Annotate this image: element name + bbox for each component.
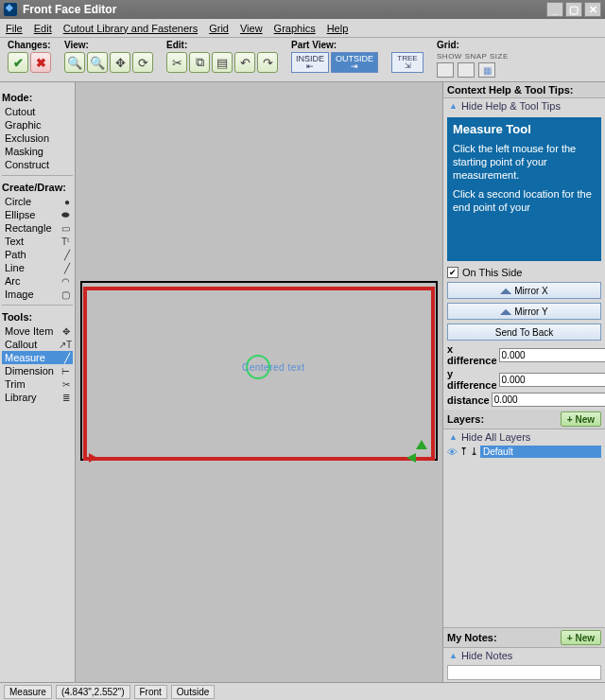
changes-label: Changes: bbox=[8, 40, 51, 50]
new-note-button[interactable]: + New bbox=[561, 630, 601, 645]
distance-input[interactable] bbox=[492, 393, 605, 407]
inside-button[interactable]: INSIDE⇤ bbox=[291, 52, 329, 73]
mirror-y-button[interactable]: ◢◣Mirror Y bbox=[447, 303, 601, 320]
edit-group: Edit: ✂ ⧉ ▤ ↶ ↷ bbox=[166, 40, 278, 73]
status-face: Front bbox=[134, 685, 167, 699]
copy-button[interactable]: ⧉ bbox=[189, 52, 210, 73]
hide-help-toggle[interactable]: ▲Hide Help & Tool Tips bbox=[443, 98, 605, 114]
menu-help[interactable]: Help bbox=[327, 23, 349, 34]
menu-file[interactable]: File bbox=[6, 23, 23, 34]
paste-button[interactable]: ▤ bbox=[212, 52, 233, 73]
create-rectangle[interactable]: Rectangle▭ bbox=[2, 221, 73, 235]
new-layer-button[interactable]: + New bbox=[561, 411, 601, 427]
menu-graphics[interactable]: Graphics bbox=[274, 23, 316, 34]
mode-exclusion[interactable]: Exclusion bbox=[2, 131, 73, 145]
mirror-y-icon: ◢◣ bbox=[500, 307, 511, 316]
tool-move[interactable]: Move Item✥ bbox=[2, 324, 73, 338]
mode-masking[interactable]: Masking bbox=[2, 145, 73, 158]
mode-label: Mode: bbox=[2, 92, 73, 103]
zoom-in-button[interactable]: 🔍 bbox=[87, 52, 108, 73]
image-icon: ▢ bbox=[59, 289, 70, 300]
mirror-x-button[interactable]: ◢◣Mirror X bbox=[447, 282, 601, 299]
create-image[interactable]: Image▢ bbox=[2, 288, 73, 301]
menu-grid[interactable]: Grid bbox=[209, 23, 229, 34]
hide-notes-toggle[interactable]: ▲Hide Notes bbox=[443, 648, 605, 663]
ydiff-input[interactable] bbox=[499, 373, 605, 387]
grid-snap-toggle[interactable] bbox=[458, 62, 475, 78]
create-line[interactable]: Line╱ bbox=[2, 261, 73, 274]
create-ellipse[interactable]: Ellipse⬬ bbox=[2, 208, 73, 221]
lock-icon[interactable]: ⤒ bbox=[459, 446, 468, 458]
maximize-button[interactable]: ▢ bbox=[565, 2, 582, 17]
tool-trim[interactable]: Trim✂ bbox=[2, 377, 73, 391]
line-icon: ╱ bbox=[59, 263, 70, 273]
tree-button[interactable]: TREE⇲ bbox=[391, 52, 424, 73]
ellipse-icon: ⬬ bbox=[59, 209, 70, 220]
grid-group: Grid: SHOW SNAP SIZE ▦ bbox=[437, 40, 509, 78]
create-text[interactable]: TextTᵗ bbox=[2, 235, 73, 248]
ydiff-label: y difference bbox=[447, 368, 497, 391]
trim-icon: ✂ bbox=[59, 379, 70, 390]
redo-button[interactable]: ↷ bbox=[257, 52, 278, 73]
collapse-icon: ▲ bbox=[449, 101, 458, 111]
app-icon bbox=[4, 3, 17, 16]
status-coords: (4.843",2.552") bbox=[56, 685, 130, 699]
accept-button[interactable]: ✔ bbox=[8, 52, 28, 73]
create-label: Create/Draw: bbox=[2, 182, 73, 193]
notes-box[interactable] bbox=[447, 665, 601, 680]
refresh-view-button[interactable]: ⟳ bbox=[132, 52, 153, 73]
edit-label: Edit: bbox=[166, 40, 278, 50]
tool-callout[interactable]: Callout↗T bbox=[2, 338, 73, 351]
on-this-side-checkbox[interactable]: ✔ bbox=[447, 267, 458, 278]
axis-x-arrow-icon bbox=[406, 453, 416, 463]
hide-layers-toggle[interactable]: ▲Hide All Layers bbox=[443, 429, 605, 445]
view-group: View: 🔍 🔍 ✥ ⟳ bbox=[64, 40, 153, 73]
tool-library[interactable]: Library≣ bbox=[2, 391, 73, 404]
tools-label: Tools: bbox=[2, 311, 73, 323]
collapse-icon: ▲ bbox=[449, 432, 458, 442]
tool-measure[interactable]: Measure╱ bbox=[2, 351, 73, 364]
create-circle[interactable]: Circle● bbox=[2, 195, 73, 208]
menu-view[interactable]: View bbox=[240, 23, 263, 34]
zoom-out-button[interactable]: 🔍 bbox=[64, 52, 85, 73]
status-tool: Measure bbox=[4, 685, 52, 699]
canvas[interactable]: Centered text bbox=[76, 82, 442, 682]
toolbar: Changes: ✔ ✖ View: 🔍 🔍 ✥ ⟳ Edit: ✂ ⧉ ▤ ↶… bbox=[0, 38, 605, 82]
minimize-button[interactable]: _ bbox=[546, 2, 563, 17]
grid-show-toggle[interactable] bbox=[437, 62, 454, 78]
layer-down-icon[interactable]: ⤓ bbox=[470, 446, 478, 458]
centered-text-object[interactable]: Centered text bbox=[242, 362, 305, 373]
xdiff-label: x difference bbox=[447, 343, 497, 366]
pan-button[interactable]: ✥ bbox=[110, 52, 130, 73]
move-icon: ✥ bbox=[59, 326, 70, 337]
undo-button[interactable]: ↶ bbox=[234, 52, 255, 73]
eye-icon[interactable]: 👁 bbox=[447, 446, 458, 458]
partview-group: Part View: INSIDE⇤ OUTSIDE⇥ bbox=[291, 40, 378, 73]
create-arc[interactable]: Arc◠ bbox=[2, 274, 73, 288]
on-this-side-label: On This Side bbox=[462, 267, 522, 278]
layer-row-default[interactable]: 👁 ⤒ ⤓ Default bbox=[443, 445, 605, 459]
mirror-x-icon: ◢◣ bbox=[500, 287, 511, 295]
outside-button[interactable]: OUTSIDE⇥ bbox=[331, 52, 378, 73]
cancel-button[interactable]: ✖ bbox=[30, 52, 51, 73]
cut-button[interactable]: ✂ bbox=[166, 52, 187, 73]
create-path[interactable]: Path╱ bbox=[2, 248, 73, 261]
xdiff-input[interactable] bbox=[499, 348, 605, 362]
left-panel: Mode: Cutout Graphic Exclusion Masking C… bbox=[0, 82, 76, 682]
mode-graphic[interactable]: Graphic bbox=[2, 118, 73, 131]
tool-dimension[interactable]: Dimension⊢ bbox=[2, 364, 73, 377]
axis-y-arrow-icon bbox=[416, 440, 427, 449]
library-icon: ≣ bbox=[59, 393, 70, 403]
mode-cutout[interactable]: Cutout bbox=[2, 105, 73, 118]
help-body-2: Click a second location for the end poin… bbox=[453, 187, 596, 214]
send-to-back-button[interactable]: Send To Back bbox=[447, 324, 601, 341]
grid-size-button[interactable]: ▦ bbox=[478, 62, 495, 78]
menu-cutout-library[interactable]: Cutout Library and Fasteners bbox=[63, 23, 198, 34]
menu-edit[interactable]: Edit bbox=[34, 23, 52, 34]
tree-group: TREE⇲ bbox=[391, 40, 424, 73]
mode-construct[interactable]: Construct bbox=[2, 158, 73, 171]
collapse-icon: ▲ bbox=[449, 651, 458, 660]
close-button[interactable]: ✕ bbox=[584, 2, 601, 17]
layer-name[interactable]: Default bbox=[480, 446, 601, 458]
text-icon: Tᵗ bbox=[59, 236, 70, 247]
